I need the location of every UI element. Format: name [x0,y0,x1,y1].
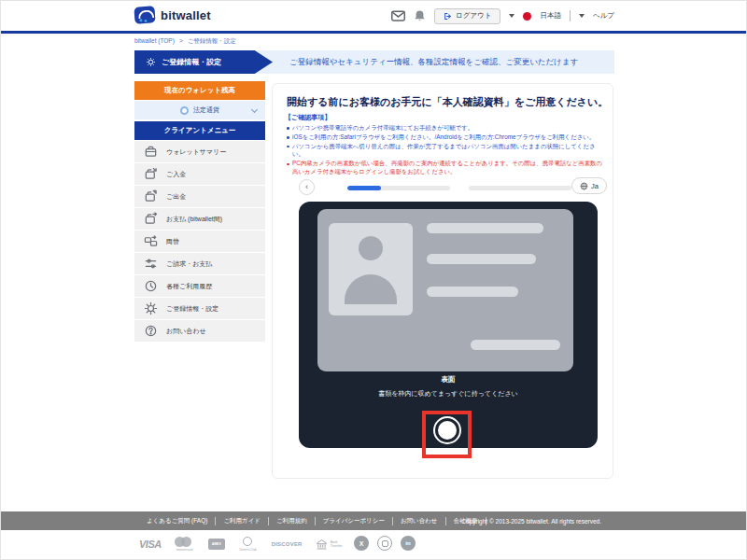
sliders-icon [144,257,158,271]
page: bitwallet ログアウト 日本語 ヘルプ bitwallet (TOP) … [0,0,747,560]
language-caret-icon[interactable] [509,14,514,18]
logout-button[interactable]: ログアウト [434,8,500,24]
gear-icon [146,57,156,67]
chevron-down-icon [251,106,258,113]
globe-icon [580,182,588,190]
sidebar-menu-item[interactable]: 両替 [134,231,265,253]
notes-header: 【ご確認事項】 [285,113,602,122]
progress-step-1 [347,186,450,190]
notifications-bell-icon[interactable] [414,9,426,22]
confirmation-notes: 【ご確認事項】 パソコンや携帯電話等のカメラ付帯端末にてお手続きが可能です。 i… [285,113,602,177]
card-text-line [471,340,560,350]
logout-icon [444,12,452,21]
currency-selector-label: 法定通貨 [193,105,219,115]
id-card-placeholder [317,209,573,371]
sidebar-item-label: お支払 (bitwallet間) [166,215,222,224]
payment-methods: VISA mastercard AMEX Diners Club DISCOVE… [139,537,345,552]
breadcrumb-current: ご登録情報・設定 [188,37,236,46]
discover-logo: DISCOVER [272,541,303,547]
withdraw-icon [144,189,158,203]
linkedin-icon[interactable]: in [401,536,416,551]
sidebar-item-label: ご登録情報・設定 [166,304,218,314]
card-text-line [427,223,543,233]
question-icon [144,324,158,338]
breadcrumb-home-link[interactable]: bitwallet (TOP) [134,37,175,46]
sidebar-item-label: 両替 [166,237,179,246]
section-title: ご登録情報・設定 [162,57,221,67]
capture-instruction: 書類を枠内に収めてまっすぐに持ってください [299,389,598,399]
client-menu-header: クライアントメニュー [134,121,265,140]
note-item: パソコンから携帯端末へ切り替えの際は、作業が完了するまではパソコン画面は開いたま… [285,143,602,160]
sidebar-item-label: お問い合わせ [166,327,206,336]
divider [570,10,571,21]
breadcrumb-separator: > [179,37,183,46]
sidebar-menu-item[interactable]: お支払 (bitwallet間) [134,208,265,231]
footer-bar: よくあるご質問 (FAQ) ご利用ガイド ご利用規約 プライバシーポリシー お問… [1,511,747,530]
header-divider [1,31,747,34]
document-side-label: 表面 [299,375,598,385]
footer-link[interactable]: よくあるご質問 (FAQ) [139,517,216,525]
progress-fill [347,186,381,190]
note-item: iOSをご利用の方:Safariブラウザをご利用ください。/Androidをご利… [285,133,602,142]
note-item: PC内蔵カメラの画素数が低い場合、再撮影のご案内が連続することがあります。その際… [285,160,602,176]
card-text-line [427,254,536,264]
japan-flag-icon [523,12,531,21]
x-twitter-icon[interactable]: X [354,536,369,551]
back-button[interactable]: ‹ [299,179,315,195]
footer-links: よくあるご質問 (FAQ) ご利用ガイド ご利用規約 プライバシーポリシー お問… [139,517,486,525]
section-banner: ご登録情報・設定 ご登録情報やセキュリティー情報、各種設定情報をご確認、ご変更い… [134,50,614,74]
widget-language-label: Ja [591,182,599,190]
sidebar-item-label: ご請求・お支払 [166,259,212,269]
section-banner-label: ご登録情報・設定 [134,50,273,74]
payment-icon [144,212,158,226]
instagram-icon[interactable] [377,536,392,551]
sidebar: 現在のウォレット残高 法定通貨 クライアントメニュー ウォレットサマリー ご入金 [134,81,265,343]
mastercard-logo: mastercard [175,537,195,552]
language-label[interactable]: 日本語 [540,11,561,21]
wallet-balance-header: 現在のウォレット残高 [134,81,265,100]
footer-link[interactable]: お問い合わせ [393,517,446,525]
sidebar-item-label: ご出金 [166,192,186,202]
wallet-icon [144,145,158,159]
id-photo-placeholder [329,223,413,315]
coin-icon [180,106,189,115]
sidebar-item-label: 各種ご利用履歴 [166,282,212,291]
help-menu[interactable]: ヘルプ [593,11,614,21]
diners-club-logo: Diners Club [238,537,259,552]
sidebar-menu-item[interactable]: ご請求・お支払 [134,253,265,275]
sidebar-menu-item[interactable]: ご入金 [134,163,265,186]
bitwallet-logo-icon [134,6,155,23]
footer-link[interactable]: プライバシーポリシー [316,517,393,525]
exchange-icon [144,234,158,248]
sidebar-menu-item[interactable]: お問い合わせ [134,320,265,343]
footer-link[interactable]: ご利用規約 [269,517,316,525]
card-text-line [427,287,518,297]
brand-logo[interactable]: bitwallet [134,7,211,23]
capture-button-highlight [422,411,472,458]
help-caret-icon[interactable] [579,14,585,18]
clock-icon [144,279,158,293]
sidebar-menu-item[interactable]: ご登録情報・設定 [134,298,265,320]
gear-icon [144,301,158,315]
sidebar-item-label: ご入金 [166,170,186,179]
sidebar-menu-item[interactable]: ご出金 [134,186,265,208]
widget-language-button[interactable]: Ja [571,177,607,194]
social-links: X in [354,536,416,551]
sidebar-menu-item[interactable]: ウォレットサマリー [134,141,265,163]
deposit-icon [144,167,158,181]
progress-step-2 [469,186,571,190]
breadcrumb: bitwallet (TOP) > ご登録情報・設定 [134,37,236,46]
top-bar: bitwallet ログアウト 日本語 ヘルプ [1,1,747,31]
logout-label: ログアウト [456,11,491,21]
note-item: パソコンや携帯電話等のカメラ付帯端末にてお手続きが可能です。 [285,124,602,133]
copyright: Copyright © 2013-2025 bitwallet. All rig… [461,518,601,525]
bank-transfer-icon: Bank Transfer [316,539,345,551]
mail-icon[interactable] [391,10,405,21]
sidebar-item-label: ウォレットサマリー [166,147,226,157]
notes-list: パソコンや携帯電話等のカメラ付帯端末にてお手続きが可能です。 iOSをご利用の方… [285,124,602,176]
main-panel: 開始する前にお客様のお手元に「本人確認資料」をご用意ください。 【ご確認事項】 … [272,83,613,479]
sidebar-menu: ウォレットサマリー ご入金 ご出金 お支払 (bitwallet間) [134,141,265,343]
sidebar-menu-item[interactable]: 各種ご利用履歴 [134,275,265,298]
footer-link[interactable]: ご利用ガイド [216,517,269,525]
currency-selector[interactable]: 法定通貨 [134,101,265,119]
